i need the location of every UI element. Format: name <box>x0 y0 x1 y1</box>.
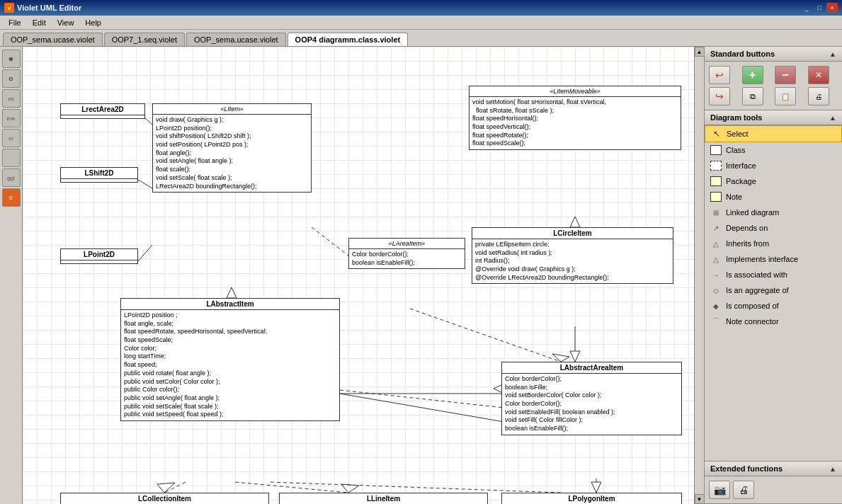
tool-inherits-from[interactable]: △ Inherits from <box>705 236 842 251</box>
tool-depends-on-label: Depends on <box>726 224 768 232</box>
diagram-tools-collapse[interactable]: ▲ <box>829 114 836 122</box>
ext-functions-collapse[interactable]: ▲ <box>829 465 836 473</box>
print-ext-button[interactable]: 🖨 <box>733 481 754 499</box>
print-button[interactable]: 🖨 <box>808 87 829 105</box>
class-stereotype-lareaitem: «LAreaItem» <box>352 240 462 247</box>
class-body-lshift2d <box>61 179 137 182</box>
left-btn-8[interactable]: E <box>2 188 21 207</box>
tool-linked-diagram[interactable]: ⊞ Linked diagram <box>705 205 842 220</box>
canvas-area[interactable]: LrectArea2D LShift2D LPoint2D «LItem» vo… <box>23 47 694 504</box>
class-lcircleitem[interactable]: LCircleItem private LEllipseItem circle;… <box>472 227 673 284</box>
left-btn-4[interactable]: esk <box>2 109 21 127</box>
redo-button[interactable]: ↪ <box>709 87 730 105</box>
camera-button[interactable]: 📷 <box>709 481 730 499</box>
left-btn-5[interactable]: cr <box>2 129 21 147</box>
inherits-from-icon: △ <box>710 239 722 248</box>
tool-is-aggregate-of-label: Is an aggregate of <box>726 286 789 294</box>
close-button-toolbar[interactable]: ✕ <box>808 66 829 84</box>
close-button[interactable]: × <box>826 3 838 13</box>
class-header-lpoint2d: LPoint2D <box>61 249 137 260</box>
class-lshift2d[interactable]: LShift2D <box>60 167 138 183</box>
tool-package[interactable]: Package <box>705 173 842 189</box>
tab-0[interactable]: OOP_sema.ucase.violet <box>3 33 103 46</box>
class-body-litem: void draw( Graphics g ); LPoint2D positi… <box>153 115 311 192</box>
diagram-tools-list: ↖ Select Class Interface Package <box>705 125 842 329</box>
class-header-lareaitem: «LAreaItem» <box>349 239 465 249</box>
add-button[interactable]: + <box>742 66 763 84</box>
tool-linked-diagram-label: Linked diagram <box>726 208 779 217</box>
class-lpolygonitem[interactable]: LPolygonItem LPoint2D points[]; <box>501 493 682 504</box>
is-associated-with-icon: → <box>710 270 722 280</box>
vertical-scrollbar[interactable]: ▲ ▼ <box>694 47 704 504</box>
undo-button[interactable]: ↩ <box>709 66 730 84</box>
class-lrectarea2d[interactable]: LrectArea2D <box>60 103 145 119</box>
left-btn-1[interactable]: ⊕ <box>2 50 21 68</box>
tool-is-composed-of[interactable]: ◆ Is composed of <box>705 298 842 314</box>
left-btn-7[interactable]: ggi <box>2 168 21 187</box>
menu-edit[interactable]: Edit <box>27 17 52 28</box>
class-lpoint2d[interactable]: LPoint2D <box>60 248 138 264</box>
package-tool-icon <box>710 176 722 186</box>
class-header-lpolygonitem: LPolygonItem <box>502 493 681 504</box>
tool-is-associated-with[interactable]: → Is associated with <box>705 267 842 282</box>
class-litemmoveable[interactable]: «LItemMoveable» void setMotion( float sH… <box>469 86 681 150</box>
is-aggregate-of-icon: ◇ <box>710 285 722 295</box>
tab-2[interactable]: OOP_sema.ucase.violet <box>186 33 286 46</box>
maximize-button[interactable]: □ <box>814 3 825 13</box>
menu-file[interactable]: File <box>3 17 27 28</box>
class-header-labstractitem: LAbstractItem <box>121 299 339 310</box>
class-body-lcircleitem: private LEllipseItem circle; void setRad… <box>472 239 673 283</box>
class-header-litemmoveable: «LItemMoveable» <box>470 86 681 97</box>
class-labstractareaitem[interactable]: LAbstractAreaItem Color borderColor(); b… <box>501 362 682 435</box>
paste-button[interactable]: 📋 <box>775 87 796 105</box>
class-header-lshift2d: LShift2D <box>61 168 137 179</box>
std-buttons-title: Standard buttons <box>710 50 775 58</box>
class-labstractitem[interactable]: LAbstractItem LPoint2D position ; float … <box>120 298 340 421</box>
menu-view[interactable]: View <box>52 17 80 28</box>
class-body-labstractareaitem: Color borderColor(); boolean isFille; vo… <box>502 374 681 435</box>
class-stereotype-litemmoveable: «LItemMoveable» <box>472 88 678 95</box>
class-header-llineitem: LLineItem <box>280 493 487 504</box>
tool-implements-interface[interactable]: △ Implements interface <box>705 251 842 267</box>
note-tool-icon <box>710 192 722 202</box>
app-title: Violet UML Editor <box>17 4 81 12</box>
tool-note-connector[interactable]: ⌒ Note connector <box>705 314 842 329</box>
tool-interface[interactable]: Interface <box>705 158 842 173</box>
left-btn-6[interactable] <box>2 149 21 167</box>
scroll-up-button[interactable]: ▲ <box>695 47 705 57</box>
scroll-track[interactable] <box>695 57 705 494</box>
tool-is-associated-with-label: Is associated with <box>726 270 787 279</box>
copy-button[interactable]: ⧉ <box>742 87 763 105</box>
tab-1[interactable]: OOP7_1.seq.violet <box>104 33 185 46</box>
tab-bar: OOP_sema.ucase.violet OOP7_1.seq.violet … <box>0 30 842 47</box>
std-buttons-content: ↩ + − ✕ ↪ ⧉ 📋 🖨 <box>705 62 842 110</box>
class-body-lrectarea2d <box>61 115 144 118</box>
class-header-litem: «LItem» <box>153 104 311 115</box>
tab-3[interactable]: OOP4 diagramm.class.violet <box>288 33 409 46</box>
class-litem[interactable]: «LItem» void draw( Graphics g ); LPoint2… <box>152 103 312 193</box>
std-buttons-section: Standard buttons ▲ ↩ + − ✕ ↪ ⧉ 📋 🖨 <box>705 47 842 110</box>
menu-help[interactable]: Help <box>79 17 107 28</box>
class-tool-icon <box>710 145 722 155</box>
class-lcollectionitem[interactable]: LCollectionItem List<LAbstractItem> item… <box>60 493 269 504</box>
tool-note[interactable]: Note <box>705 189 842 205</box>
note-connector-icon: ⌒ <box>710 316 722 326</box>
class-body-lareaitem: Color borderColor(); boolean isEnableFil… <box>349 249 465 268</box>
left-btn-3[interactable]: os <box>2 89 21 108</box>
tool-class[interactable]: Class <box>705 142 842 158</box>
right-panel: Standard buttons ▲ ↩ + − ✕ ↪ ⧉ 📋 🖨 Diagr… <box>704 47 842 504</box>
tool-implements-interface-label: Implements interface <box>726 255 798 263</box>
remove-button[interactable]: − <box>775 66 796 84</box>
tool-is-aggregate-of[interactable]: ◇ Is an aggregate of <box>705 282 842 298</box>
tool-select[interactable]: ↖ Select <box>705 125 842 142</box>
left-btn-2[interactable]: ⊙ <box>2 69 21 88</box>
class-llineitem[interactable]: LLineItem LPoint2D point1; LPoint2D poin… <box>279 493 488 504</box>
scroll-down-button[interactable]: ▼ <box>695 494 705 504</box>
select-icon: ↖ <box>711 129 722 139</box>
tool-depends-on[interactable]: ↗ Depends on <box>705 220 842 236</box>
class-lareaitem[interactable]: «LAreaItem» Color borderColor(); boolean… <box>348 238 465 269</box>
app-icon: V <box>4 3 14 13</box>
std-buttons-collapse[interactable]: ▲ <box>829 50 836 58</box>
tool-inherits-from-label: Inherits from <box>726 239 769 248</box>
minimize-button[interactable]: _ <box>801 3 812 13</box>
